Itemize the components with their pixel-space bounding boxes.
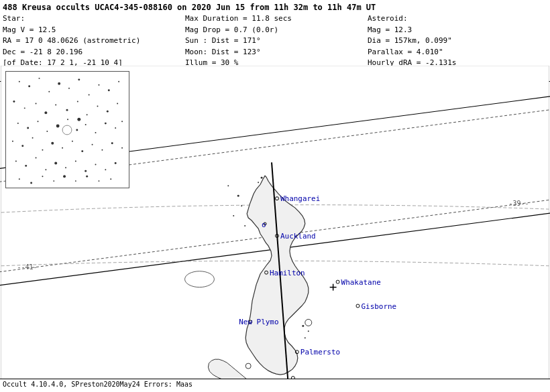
- page-title: 488 Kreusa occults UCAC4-345-088160 on 2…: [3, 1, 547, 13]
- max-duration-value: 11.8 secs: [252, 14, 292, 23]
- svg-point-65: [12, 141, 13, 142]
- moon-label: Moon:: [185, 48, 207, 56]
- svg-point-54: [27, 127, 29, 129]
- svg-rect-30: [6, 72, 129, 188]
- moon-info: Moon: Dist = 123°: [185, 47, 362, 58]
- svg-point-32: [28, 85, 30, 87]
- svg-point-47: [66, 109, 68, 111]
- svg-point-28: [258, 182, 259, 183]
- svg-point-95: [98, 180, 99, 182]
- svg-point-56: [46, 131, 48, 132]
- city-auckland: Auckland: [280, 232, 316, 241]
- asteroid-dia: Dia = 157km, 0.099": [368, 36, 545, 47]
- svg-point-39: [98, 84, 99, 86]
- svg-point-36: [68, 88, 70, 89]
- svg-point-72: [81, 150, 83, 152]
- city-gisborne: Gisborne: [361, 302, 396, 311]
- mag-drop-value: 0.7 (0.0r): [234, 25, 278, 34]
- svg-point-24: [302, 325, 304, 327]
- dec-label-41: --41-: [17, 263, 38, 271]
- dec-label-39: -39--: [509, 200, 529, 207]
- svg-point-74: [101, 149, 103, 151]
- svg-point-79: [36, 157, 37, 159]
- svg-point-78: [25, 165, 27, 167]
- mag-drop: Mag Drop = 0.7 (0.0r): [185, 25, 362, 36]
- svg-point-63: [115, 127, 116, 129]
- svg-point-71: [72, 141, 73, 142]
- map-area: Whangarei o Auckland Hamilton Whakatane …: [0, 66, 550, 391]
- svg-point-52: [117, 103, 118, 104]
- svg-point-27: [261, 177, 263, 179]
- svg-point-21: [241, 205, 242, 206]
- svg-point-85: [95, 164, 97, 165]
- asteroid-label: Asteroid:: [368, 13, 545, 25]
- footer: Occult 4.10.4.0, SPreston2020May24 Error…: [0, 379, 550, 392]
- svg-point-64: [121, 121, 123, 122]
- svg-point-62: [105, 123, 107, 125]
- svg-point-96: [110, 178, 111, 180]
- svg-point-76: [121, 147, 123, 149]
- city-whakatane: Whakatane: [341, 278, 381, 287]
- city-o1: o: [262, 220, 266, 229]
- svg-point-44: [36, 103, 37, 104]
- svg-point-43: [24, 107, 25, 109]
- svg-point-49: [87, 114, 88, 115]
- svg-point-86: [105, 169, 106, 170]
- svg-point-66: [21, 145, 23, 147]
- svg-point-25: [308, 330, 309, 332]
- svg-point-88: [19, 178, 20, 180]
- star-ra: RA = 17 0 48.0626 (astrometric): [3, 36, 180, 47]
- footer-text: Occult 4.10.4.0, SPreston2020May24 Error…: [3, 381, 192, 388]
- svg-point-31: [19, 81, 20, 82]
- svg-point-77: [15, 160, 17, 161]
- svg-point-48: [77, 101, 78, 102]
- svg-point-35: [58, 82, 60, 85]
- svg-point-53: [17, 123, 19, 124]
- star-chart: [5, 71, 129, 188]
- city-new-plymouth: New Plymo: [239, 318, 278, 326]
- svg-point-40: [108, 89, 110, 91]
- star-dec: Dec = -21 8 20.196: [3, 47, 180, 58]
- svg-point-45: [44, 111, 47, 114]
- svg-point-70: [62, 147, 63, 149]
- svg-point-26: [305, 337, 306, 338]
- svg-point-41: [118, 81, 119, 82]
- svg-point-42: [13, 101, 15, 103]
- svg-point-90: [42, 176, 43, 177]
- star-label: Star:: [3, 13, 180, 25]
- svg-point-34: [48, 91, 50, 92]
- star-mag: Mag V = 12.5: [3, 25, 180, 36]
- svg-point-23: [244, 225, 245, 226]
- svg-point-59: [76, 129, 78, 131]
- svg-point-20: [237, 195, 239, 197]
- svg-point-46: [55, 104, 56, 105]
- asteroid-parallax: Parallax = 4.010": [368, 47, 545, 58]
- svg-point-81: [54, 161, 57, 164]
- svg-point-92: [63, 175, 66, 178]
- city-hamilton: Hamilton: [270, 269, 305, 277]
- svg-point-61: [95, 132, 97, 133]
- svg-point-67: [32, 137, 34, 139]
- svg-point-75: [111, 142, 113, 144]
- svg-point-55: [38, 121, 39, 122]
- svg-point-94: [86, 176, 88, 178]
- svg-point-84: [85, 170, 87, 172]
- svg-point-57: [56, 125, 60, 128]
- max-duration: Max Duration = 11.8 secs: [185, 13, 362, 25]
- svg-point-50: [97, 105, 98, 107]
- svg-point-87: [115, 162, 117, 164]
- svg-point-69: [51, 142, 54, 145]
- svg-point-38: [89, 94, 90, 96]
- svg-point-80: [45, 169, 46, 170]
- svg-point-33: [38, 78, 40, 79]
- city-whangarei: Whangarei: [280, 194, 320, 203]
- svg-point-58: [67, 119, 68, 120]
- city-palmerston: Palmersto: [300, 348, 340, 356]
- svg-point-68: [42, 149, 43, 151]
- svg-point-19: [227, 185, 229, 186]
- moon-dist: Dist = 123°: [212, 48, 261, 56]
- svg-point-89: [30, 182, 32, 184]
- svg-point-91: [53, 180, 54, 182]
- max-duration-label: Max Duration =: [185, 14, 248, 23]
- svg-point-73: [92, 144, 93, 145]
